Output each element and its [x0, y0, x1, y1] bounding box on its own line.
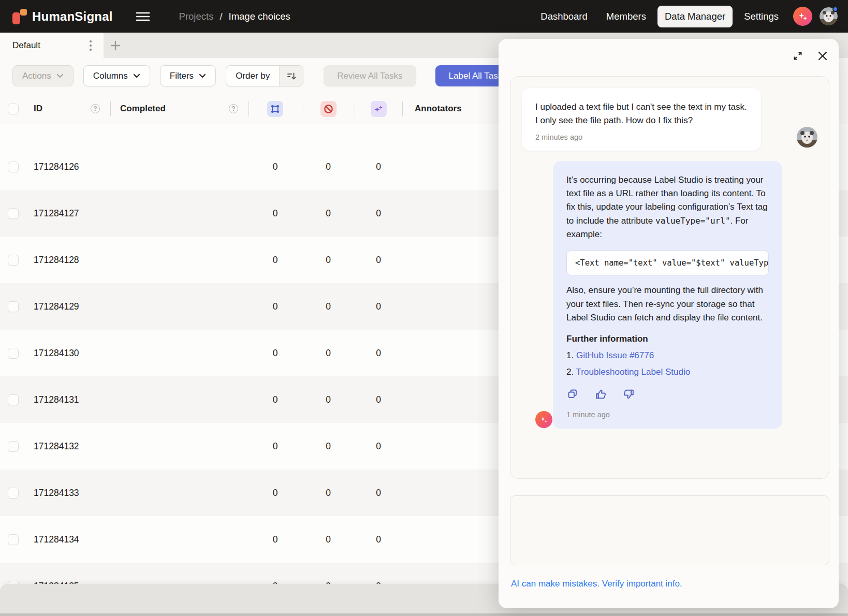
cancelled-count: 0 [326, 394, 331, 405]
order-by-label[interactable]: Order by [226, 66, 279, 86]
task-id: 171284131 [34, 394, 79, 405]
tab-options-kebab-icon[interactable] [84, 38, 97, 53]
task-id: 171284127 [34, 208, 79, 219]
row-checkbox[interactable] [8, 301, 19, 312]
completed-help-icon[interactable]: ? [229, 104, 238, 113]
column-header-annotators[interactable]: Annotators [415, 104, 462, 113]
annotations-count: 0 [273, 208, 278, 219]
predictions-count: 0 [376, 441, 381, 452]
sort-direction-icon[interactable] [279, 66, 303, 86]
row-checkbox[interactable] [8, 441, 19, 452]
predictions-count: 0 [376, 488, 381, 498]
row-checkbox[interactable] [8, 394, 19, 405]
nav-item-settings[interactable]: Settings [737, 6, 786, 27]
ai-message-bubble: It’s occurring because Label Studio is t… [553, 161, 782, 430]
row-checkbox[interactable] [8, 162, 19, 172]
expand-panel-icon[interactable] [791, 49, 805, 63]
cancelled-count: 0 [326, 534, 331, 545]
breadcrumb-separator: / [220, 11, 222, 22]
column-divider [402, 101, 403, 116]
github-issue-link[interactable]: GitHub Issue #6776 [576, 350, 654, 360]
annotations-count: 0 [273, 301, 278, 312]
cancelled-count: 0 [326, 301, 331, 312]
task-id: 171284130 [34, 348, 79, 359]
column-divider [302, 101, 302, 116]
predictions-count: 0 [376, 534, 381, 545]
user-message-timestamp: 2 minutes ago [535, 133, 748, 141]
user-avatar[interactable] [820, 7, 838, 25]
predictions-count: 0 [376, 208, 381, 219]
ai-assistant-button[interactable] [793, 7, 812, 26]
column-header-completed[interactable]: Completed [120, 104, 166, 114]
review-all-tasks-button[interactable]: Review All Tasks [324, 65, 416, 86]
select-all-checkbox[interactable] [8, 104, 19, 114]
row-checkbox[interactable] [8, 208, 19, 219]
predictions-count: 0 [376, 162, 381, 172]
cancelled-count: 0 [326, 348, 331, 359]
ai-message-row: It’s occurring because Label Studio is t… [553, 161, 782, 430]
task-id: 171284129 [34, 301, 79, 312]
row-checkbox[interactable] [8, 348, 19, 359]
annotations-icon[interactable] [267, 101, 283, 117]
row-checkbox[interactable] [8, 534, 19, 545]
column-divider [248, 101, 249, 116]
add-tab-plus-icon[interactable] [104, 33, 127, 58]
humansignal-logo-icon [12, 8, 27, 25]
task-id: 171284134 [34, 534, 79, 545]
predictions-icon[interactable] [371, 101, 387, 117]
annotations-count: 0 [273, 488, 278, 498]
chevron-down-icon [199, 74, 206, 78]
top-navbar: HumanSignal Projects / Image choices Das… [0, 0, 848, 33]
id-help-icon[interactable]: ? [91, 104, 100, 113]
menu-icon[interactable] [133, 6, 153, 27]
cancelled-count: 0 [326, 441, 331, 452]
ai-disclaimer-link[interactable]: AI can make mistakes. Verify important i… [511, 579, 682, 589]
close-panel-icon[interactable] [816, 49, 829, 63]
sparkles-icon [797, 11, 809, 22]
thumbs-down-icon[interactable] [622, 388, 635, 400]
column-header-id[interactable]: ID [34, 104, 42, 114]
annotations-count: 0 [273, 162, 278, 172]
further-information-heading: Further information [566, 334, 769, 344]
task-id: 171284132 [34, 441, 79, 452]
breadcrumb-current-project: Image choices [229, 11, 290, 22]
columns-button[interactable]: Columns [83, 65, 150, 86]
cancelled-annotations-icon[interactable] [320, 101, 337, 117]
filters-button[interactable]: Filters [160, 65, 216, 86]
ai-paragraph-2: Also, ensure you’re mounting the full di… [566, 284, 769, 325]
nav-item-data-manager[interactable]: Data Manager [657, 6, 733, 27]
chat-message-input[interactable] [510, 495, 829, 565]
chat-panel-header [499, 39, 839, 63]
annotations-count: 0 [273, 348, 278, 359]
humansignal-logo[interactable]: HumanSignal [12, 8, 113, 25]
row-checkbox[interactable] [8, 488, 19, 498]
user-message-bubble: I uploaded a text file but I can't see t… [522, 88, 761, 151]
troubleshooting-link[interactable]: Troubleshooting Label Studio [576, 367, 691, 377]
row-checkbox[interactable] [8, 255, 19, 266]
task-id: 171284128 [34, 255, 79, 266]
cancelled-count: 0 [326, 162, 331, 172]
predictions-count: 0 [376, 255, 381, 266]
ai-paragraph-1: It’s occurring because Label Studio is t… [566, 173, 769, 242]
task-id: 171284126 [34, 162, 79, 172]
tab-default[interactable]: Default [0, 33, 104, 58]
copy-icon[interactable] [566, 388, 579, 400]
actions-button[interactable]: Actions [12, 65, 74, 86]
annotations-count: 0 [273, 441, 278, 452]
nav-item-dashboard[interactable]: Dashboard [533, 6, 595, 27]
ai-assistant-panel: I uploaded a text file but I can't see t… [499, 39, 839, 608]
nav-item-members[interactable]: Members [599, 6, 653, 27]
order-by-control[interactable]: Order by [226, 65, 303, 86]
list-item: 2. Troubleshooting Label Studio [566, 367, 769, 377]
inline-code: valueType="url" [655, 216, 730, 226]
tab-default-label: Default [12, 40, 84, 51]
annotations-count: 0 [273, 394, 278, 405]
thumbs-up-icon[interactable] [594, 388, 607, 400]
online-status-dot [832, 6, 838, 12]
reference-links: 1. GitHub Issue #6776 2. Troubleshooting… [566, 350, 769, 377]
chevron-down-icon [56, 74, 64, 78]
breadcrumb-projects[interactable]: Projects [179, 11, 214, 22]
cancelled-count: 0 [326, 208, 331, 219]
user-message-row: I uploaded a text file but I can't see t… [522, 88, 817, 151]
code-snippet[interactable]: <Text name="text" value="$text" valueTyp… [566, 251, 769, 275]
